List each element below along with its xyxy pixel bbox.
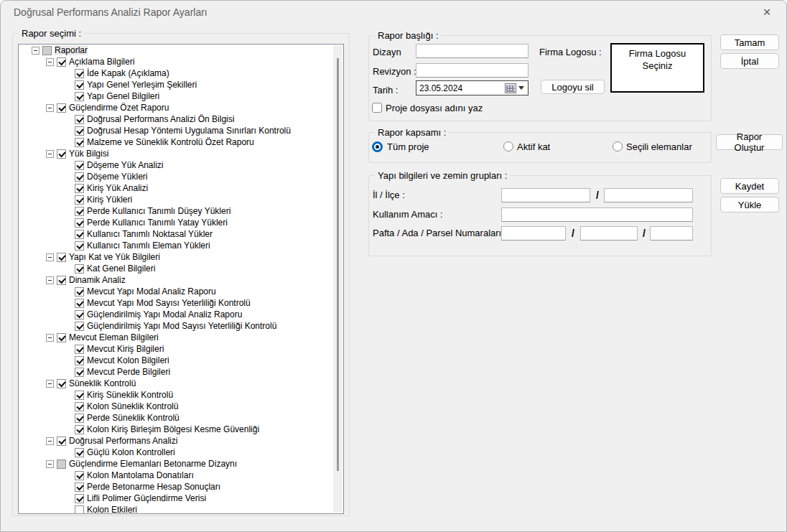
tree-item[interactable]: Doğrusal Hesap Yöntemi Uygulama Sınırlar… — [19, 125, 343, 136]
tree-checkbox[interactable] — [75, 69, 84, 78]
tree-item[interactable]: Malzeme ve Süneklik Kontrolü Özet Raporu — [19, 136, 343, 148]
tree-checkbox[interactable] — [75, 195, 84, 205]
tree-checkbox[interactable] — [75, 310, 84, 319]
tree-item[interactable]: Yapı Genel Yerleşim Şekilleri — [19, 79, 343, 90]
tree-item-label[interactable]: Perde Kullanıcı Tanımlı Yatay Yükleri — [87, 218, 228, 228]
collapse-icon[interactable] — [46, 334, 54, 342]
tree-item[interactable]: Mevcut Kolon Bilgileri — [19, 355, 343, 366]
tree-item-label[interactable]: Dinamik Analiz — [69, 275, 126, 285]
tree-item[interactable]: Mevcut Kiriş Bilgileri — [19, 343, 343, 355]
tree-item-label[interactable]: Kolon Süneklik Kontrolü — [87, 401, 178, 411]
tree-item[interactable]: Mevcut Yapı Modal Analiz Raporu — [19, 286, 343, 297]
tree-item-label[interactable]: Kiriş Yükleri — [87, 195, 132, 205]
tree-item-label[interactable]: Doğrusal Hesap Yöntemi Uygulama Sınırlar… — [87, 126, 291, 136]
tree-item-label[interactable]: Perde Kullanıcı Tanımlı Düşey Yükleri — [87, 206, 230, 216]
tree-checkbox[interactable] — [75, 299, 84, 308]
tree-item[interactable]: Mevcut Perde Bilgileri — [19, 366, 343, 378]
tree-item[interactable]: Lifli Polimer Güçlendirme Verisi — [19, 493, 343, 504]
collapse-icon[interactable] — [46, 380, 54, 388]
tree-item-label[interactable]: Güçlü Kolon Kontrolleri — [87, 447, 175, 457]
tree-checkbox[interactable] — [75, 161, 84, 170]
tree-checkbox[interactable] — [75, 207, 84, 216]
tree-checkbox[interactable] — [75, 126, 84, 136]
tree-checkbox[interactable] — [75, 241, 84, 251]
date-dropdown-icon[interactable] — [518, 86, 524, 90]
create-report-button[interactable]: Rapor Oluştur — [716, 134, 783, 150]
tree-item-label[interactable]: Mevcut Eleman Bilgileri — [69, 332, 159, 342]
tree-checkbox[interactable] — [42, 46, 52, 55]
tree-item-label[interactable]: Kolon Kiriş Birleşim Bölgesi Kesme Güven… — [87, 424, 259, 434]
tree-checkbox[interactable] — [75, 138, 84, 147]
tree-checkbox[interactable] — [75, 322, 84, 331]
collapse-icon[interactable] — [46, 58, 54, 66]
tree-scrollbar-thumb[interactable] — [337, 58, 339, 471]
tree-checkbox[interactable] — [75, 448, 84, 457]
tree-item-label[interactable]: Kullanıcı Tanımlı Eleman Yükleri — [87, 241, 210, 251]
tree-checkbox[interactable] — [75, 287, 84, 297]
close-icon[interactable]: × — [758, 4, 776, 21]
tree-item[interactable]: Perde Kullanıcı Tanımlı Düşey Yükleri — [19, 205, 343, 217]
tree-item[interactable]: Döşeme Yük Analizi — [19, 159, 343, 171]
tree-item-label[interactable]: Malzeme ve Süneklik Kontrolü Özet Raporu — [87, 137, 254, 147]
tree-item[interactable]: Yapı Kat ve Yük Bilgileri — [19, 251, 343, 263]
parsel-input[interactable] — [650, 226, 693, 241]
tree-item-label[interactable]: Kiriş Süneklik Kontrolü — [87, 390, 173, 400]
radio-selected-elements-label[interactable]: Seçili elemanlar — [626, 141, 692, 152]
tree-item[interactable]: Yük Bilgisi — [19, 148, 343, 159]
tree-checkbox[interactable] — [75, 356, 84, 365]
design-input[interactable] — [416, 44, 528, 58]
tree-item[interactable]: Kullanıcı Tanımlı Eleman Yükleri — [19, 240, 343, 251]
tree-checkbox[interactable] — [57, 437, 66, 446]
tree-item[interactable]: Mevcut Yapı Mod Sayısı Yeterliliği Kontr… — [19, 297, 343, 309]
collapse-icon[interactable] — [46, 104, 54, 112]
tree-item-label[interactable]: Kullanıcı Tanımlı Noktasal Yükler — [87, 229, 213, 239]
tree-checkbox[interactable] — [57, 333, 66, 342]
tree-item[interactable]: Güçlendirilmiş Yapı Mod Sayısı Yeterlili… — [19, 320, 343, 332]
tree-checkbox[interactable] — [75, 425, 84, 434]
radio-active-storey[interactable] — [503, 141, 513, 151]
tree-item-label[interactable]: Yapı Genel Bilgileri — [87, 91, 159, 101]
radio-selected-elements[interactable] — [613, 141, 623, 151]
tree-item-label[interactable]: Yük Bilgisi — [69, 149, 108, 159]
tree-item-label[interactable]: Lifli Polimer Güçlendirme Verisi — [87, 493, 206, 503]
tree-checkbox[interactable] — [75, 218, 84, 228]
tree-checkbox[interactable] — [75, 172, 84, 182]
tree-item[interactable]: Kiriş Yük Analizi — [19, 182, 343, 194]
radio-whole-project[interactable] — [372, 141, 383, 152]
collapse-icon[interactable] — [46, 460, 54, 468]
load-button[interactable]: Yükle — [720, 197, 779, 213]
tree-checkbox[interactable] — [75, 471, 84, 480]
tree-item-label[interactable]: Döşeme Yük Analizi — [87, 160, 164, 170]
tree-item[interactable]: Dinamik Analiz — [19, 274, 343, 286]
tree-item[interactable]: Kolon Kiriş Birleşim Bölgesi Kesme Güven… — [19, 424, 343, 435]
tree-checkbox[interactable] — [75, 494, 84, 503]
tree-item[interactable]: Döşeme Yükleri — [19, 171, 343, 182]
tree-item[interactable]: Güçlendirme Elemanları Betonarme Dizaynı — [19, 458, 343, 470]
revision-input[interactable] — [416, 63, 528, 78]
collapse-icon[interactable] — [46, 437, 54, 445]
tree-item-label[interactable]: Kolon Mantolama Donatıları — [87, 470, 194, 480]
tree-checkbox[interactable] — [75, 391, 84, 400]
tree-checkbox[interactable] — [75, 482, 84, 492]
tree-item-label[interactable]: Mevcut Kolon Bilgileri — [87, 355, 169, 365]
tree-item-label[interactable]: Mevcut Yapı Mod Sayısı Yeterliliği Kontr… — [87, 298, 251, 308]
tree-item[interactable]: Güçlendirme Özet Raporu — [19, 102, 343, 113]
project-filename-checkbox[interactable] — [372, 103, 382, 113]
tree-item-label[interactable]: Güçlendirme Elemanları Betonarme Dizaynı — [69, 459, 237, 469]
tree-item[interactable]: Doğrusal Performans Analizi Ön Bilgisi — [19, 113, 343, 125]
tree-item[interactable]: Mevcut Eleman Bilgileri — [19, 332, 343, 343]
tree-item[interactable]: Perde Kullanıcı Tanımlı Yatay Yükleri — [19, 217, 343, 228]
district-input[interactable] — [604, 188, 693, 202]
tree-item-label[interactable]: Yapı Genel Yerleşim Şekilleri — [87, 80, 197, 90]
tree-checkbox[interactable] — [57, 459, 66, 469]
tree-checkbox[interactable] — [57, 276, 66, 285]
tree-item[interactable]: Perde Süneklik Kontrolü — [19, 412, 343, 424]
delete-logo-button[interactable]: Logoyu sil — [541, 80, 605, 94]
tree-item[interactable]: Güçlendirilmiş Yapı Modal Analiz Raporu — [19, 309, 343, 320]
tree-checkbox[interactable] — [57, 103, 66, 113]
company-logo-box[interactable]: Firma Logosu Seçiniz — [610, 43, 704, 93]
tree-item[interactable]: Kullanıcı Tanımlı Noktasal Yükler — [19, 228, 343, 240]
tree-item-label[interactable]: Kiriş Yük Analizi — [87, 183, 148, 193]
tree-item-label[interactable]: Perde Betonarme Hesap Sonuçları — [87, 482, 220, 492]
collapse-icon[interactable] — [46, 253, 54, 261]
